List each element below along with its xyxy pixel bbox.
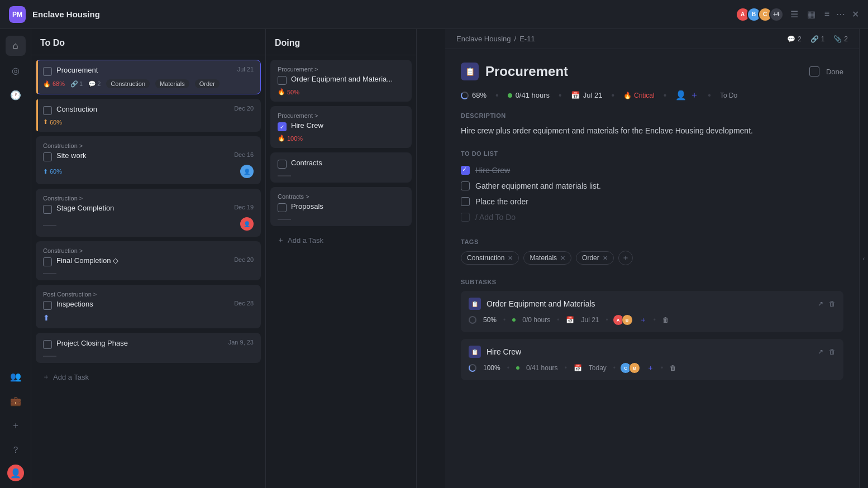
todo-add-placeholder[interactable]: / Add To Do	[475, 213, 843, 222]
hamburger-icon[interactable]: ☰	[790, 9, 798, 20]
tag-remove-order[interactable]: ✕	[603, 255, 608, 262]
add-assignee-icon[interactable]: ＋	[690, 89, 699, 101]
close-icon[interactable]: ✕	[852, 9, 859, 20]
tag-remove-construction[interactable]: ✕	[508, 255, 513, 262]
subtask-hire-add-assignee[interactable]: ＋	[647, 363, 654, 373]
nav-activity[interactable]: ◎	[6, 60, 26, 80]
subtask-order-delete[interactable]: 🗑	[662, 316, 669, 324]
subtask-order-icon: 📋	[469, 298, 481, 310]
detail-task-icon: 📋	[461, 63, 479, 80]
task-checkbox-inspections[interactable]	[43, 301, 52, 310]
doing-checkbox-hire[interactable]: ✓	[278, 122, 287, 131]
doing-checkbox-contracts[interactable]	[278, 160, 287, 169]
list-icon[interactable]: ≡	[824, 9, 829, 20]
doing-meta-proposals	[278, 216, 404, 220]
tag-add-button[interactable]: ＋	[618, 251, 633, 265]
subtask-order-cal-icon: 📅	[566, 316, 574, 324]
doing-sub-order: Procurement >	[278, 66, 404, 73]
tag-remove-materials[interactable]: ✕	[560, 255, 565, 262]
subtask-order: 📋 Order Equipment and Materials ↗ 🗑 50% …	[461, 291, 843, 332]
todo-item-2: Place the order	[461, 194, 843, 209]
card-left-bar	[36, 60, 38, 94]
subtask-order-pct: 50%	[483, 316, 497, 324]
subtask-hire-cal-icon: 📅	[574, 364, 582, 372]
task-card-project-closing[interactable]: Project Closing Phase Jan 9, 23	[36, 333, 261, 363]
doing-header-contracts: Contracts	[278, 159, 404, 169]
calendar-icon: 📅	[571, 91, 580, 99]
description-text: Hire crew plus order equipment and mater…	[461, 125, 843, 137]
todo-cb-2[interactable]	[461, 197, 470, 206]
nav-avatar[interactable]: 👤	[7, 465, 24, 481]
meta-status: To Do	[720, 92, 737, 99]
add-task-todo[interactable]: ＋ Add a Task	[36, 367, 261, 386]
todo-text-1: Gather equipment and materials list.	[475, 181, 601, 190]
tag-label-construction: Construction	[467, 254, 504, 262]
doing-column-body: Procurement > Order Equipment and Materi…	[266, 55, 416, 488]
task-sub-final: Construction >	[43, 247, 254, 254]
doing-checkbox-order[interactable]	[278, 76, 287, 85]
doing-header-order: Order Equipment and Materia...	[278, 75, 404, 85]
task-card-doing-order[interactable]: Procurement > Order Equipment and Materi…	[270, 60, 412, 102]
task-card-doing-proposals[interactable]: Contracts > Proposals	[270, 187, 412, 226]
breadcrumb-project[interactable]: Enclave Housing	[456, 35, 511, 43]
card-meta-final	[43, 270, 254, 274]
add-task-doing[interactable]: ＋ Add a Task	[270, 231, 412, 250]
task-checkbox-site[interactable]	[43, 152, 52, 161]
comments-icon: 💬	[787, 35, 795, 43]
nav-users[interactable]: 👥	[6, 366, 26, 386]
tag-badge-construction: Construction ✕	[461, 251, 519, 265]
subtask-av-2: B	[622, 314, 633, 326]
doing-column-header: Doing	[266, 29, 416, 55]
chart-icon[interactable]: ▦	[807, 9, 815, 20]
subtask-hire-ext[interactable]: ↗	[818, 348, 823, 356]
subtask-order-add-assignee[interactable]: ＋	[640, 315, 647, 325]
subtask-order-hours: 0/0 hours	[522, 316, 550, 324]
subtask-hire-dot	[516, 366, 519, 370]
attachments-icon-group[interactable]: 📎 2	[833, 35, 848, 43]
app-logo: PM	[9, 6, 26, 23]
subtask-hire-trash[interactable]: 🗑	[829, 348, 836, 356]
task-card-doing-hire[interactable]: Procurement > ✓ Hire Crew 🔥 100%	[270, 106, 412, 148]
meta-progress: 68%	[461, 91, 487, 99]
nav-home[interactable]: ⌂	[6, 36, 26, 56]
task-card-stage[interactable]: Construction > Stage Completion Dec 19 👤	[36, 189, 261, 237]
subtask-order-trash[interactable]: 🗑	[829, 300, 836, 308]
assignee-group: 👤 ＋	[675, 89, 699, 101]
links-icon-group[interactable]: 🔗 1	[810, 35, 825, 43]
task-card-inspections[interactable]: Post Construction > Inspections Dec 28 ⬆	[36, 285, 261, 328]
task-card-construction[interactable]: Construction Dec 20 ⬆ 60%	[36, 99, 261, 132]
todo-cb-1[interactable]	[461, 181, 470, 190]
meta-hours-val: 0/41 hours	[516, 91, 550, 99]
nav-briefcase[interactable]: 💼	[6, 391, 26, 411]
doing-checkbox-proposals[interactable]	[278, 203, 287, 212]
task-card-site-work[interactable]: Construction > Site work Dec 16 ⬆ 60% 👤	[36, 136, 261, 184]
top-right-icons: ⋯ ✕	[836, 9, 859, 20]
up-arrow-icon: ⬆ 60%	[43, 118, 62, 126]
todo-add-row: / Add To Do	[461, 209, 843, 225]
task-checkbox-final[interactable]	[43, 257, 52, 266]
done-checkbox[interactable]	[809, 66, 819, 76]
task-checkbox-procurement[interactable]	[43, 67, 52, 76]
subtask-order-ext[interactable]: ↗	[818, 300, 823, 308]
card-meta-inspections: ⬆	[43, 313, 254, 322]
more-icon[interactable]: ⋯	[836, 9, 845, 20]
task-checkbox-closing[interactable]	[43, 340, 52, 349]
todo-cb-0[interactable]	[461, 166, 470, 175]
right-collapse-panel[interactable]: ‹	[859, 29, 868, 488]
task-card-final[interactable]: Construction > Final Completion ◇ Dec 20	[36, 241, 261, 280]
task-card-doing-contracts[interactable]: Contracts	[270, 152, 412, 183]
task-checkbox-stage[interactable]	[43, 205, 52, 214]
tag-label-materials: Materials	[530, 254, 557, 262]
task-checkbox-construction[interactable]	[43, 106, 52, 115]
nav-add[interactable]: ＋	[6, 415, 26, 436]
comments-icon-group[interactable]: 💬 2	[787, 35, 802, 43]
task-card-procurement[interactable]: Procurement Jul 21 🔥 68% 🔗 1 💬 2 Constru…	[36, 60, 261, 94]
detail-meta-row: 68% • 0/41 hours • 📅 Jul 21 • 🔥 Critical…	[461, 89, 843, 101]
subtask-hire-avatars: C B	[622, 362, 640, 374]
doing-title-hire: Hire Crew	[291, 121, 404, 130]
subtask-hire-delete[interactable]: 🗑	[670, 364, 676, 372]
nav-clock[interactable]: 🕐	[6, 85, 26, 105]
plus-icon-doing: ＋	[277, 235, 284, 245]
card-meta-closing	[43, 352, 254, 357]
nav-help[interactable]: ？	[6, 440, 26, 460]
